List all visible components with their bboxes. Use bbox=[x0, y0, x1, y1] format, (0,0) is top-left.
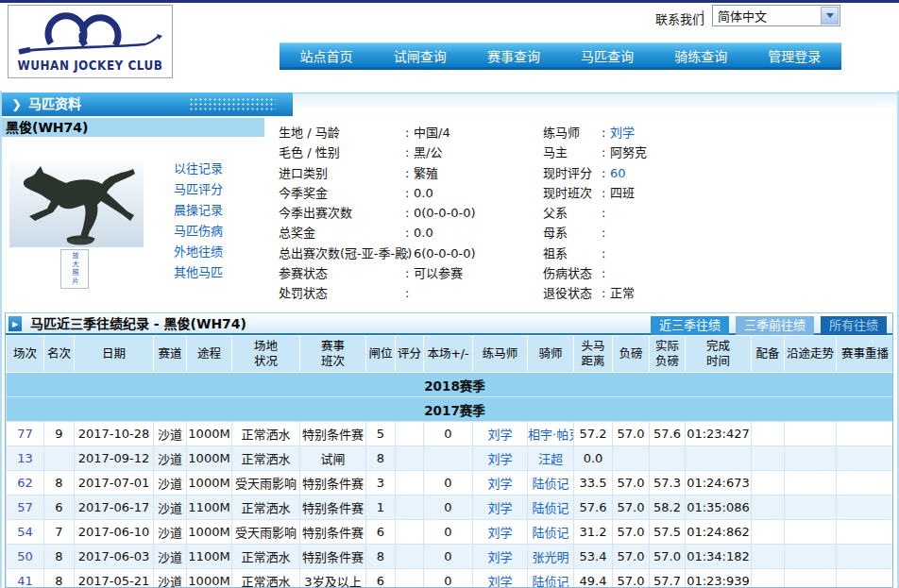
cell: 9 bbox=[44, 422, 75, 446]
cell: 张光明 bbox=[528, 545, 574, 569]
trainer-link[interactable]: 刘学 bbox=[487, 428, 512, 442]
profile-links: 以往记录马匹评分晨操记录马匹伤病外地往绩其他马匹 bbox=[174, 159, 223, 283]
field-label: 生地 / 马龄 bbox=[279, 123, 340, 143]
cell bbox=[396, 545, 424, 569]
cell: 6 bbox=[366, 520, 396, 545]
profile-link[interactable]: 其他马匹 bbox=[174, 262, 223, 283]
jockey-link[interactable]: 相宇·帕克 bbox=[528, 428, 574, 442]
trainer-link[interactable]: 刘学 bbox=[487, 477, 512, 491]
cell bbox=[752, 496, 785, 520]
chevron-down-icon[interactable] bbox=[821, 7, 839, 25]
cell: 01:23:427 bbox=[686, 422, 752, 446]
cell: 沙道 bbox=[154, 422, 187, 446]
profile-link[interactable]: 马匹评分 bbox=[174, 179, 223, 200]
nav-item[interactable]: 试闸查询 bbox=[394, 46, 447, 65]
cell: 2017-05-21 bbox=[75, 569, 154, 588]
race-link[interactable]: 54 bbox=[17, 525, 33, 539]
cell: 57.0 bbox=[613, 422, 650, 446]
nav-item[interactable]: 赛事查询 bbox=[487, 46, 540, 65]
dots-decoration bbox=[189, 97, 276, 111]
cell: 相宇·帕克 bbox=[528, 422, 574, 446]
race-link[interactable]: 62 bbox=[17, 476, 33, 490]
trainer-link[interactable]: 刘学 bbox=[487, 526, 512, 540]
profile-link[interactable]: 以往记录 bbox=[174, 159, 223, 179]
cell: 8 bbox=[44, 569, 75, 588]
column-header: 配备 bbox=[752, 336, 785, 373]
cell: 陆侦记 bbox=[528, 569, 574, 588]
cell bbox=[752, 545, 785, 569]
field-label: 母系 bbox=[543, 223, 568, 243]
field-label: 退役状态 bbox=[543, 283, 592, 303]
jockey-link[interactable]: 陆侦记 bbox=[532, 575, 568, 588]
nav-item[interactable]: 管理登录 bbox=[768, 46, 821, 65]
column-header: 赛事 班次 bbox=[300, 336, 366, 373]
column-header: 赛事重播 bbox=[837, 336, 894, 373]
race-link[interactable]: 77 bbox=[17, 427, 33, 441]
field-colon: : bbox=[405, 244, 409, 263]
cell: 正常洒水 bbox=[232, 496, 300, 520]
cell bbox=[613, 446, 650, 471]
cell: 01:24:673 bbox=[686, 471, 752, 496]
jockey-link[interactable]: 陆侦记 bbox=[532, 526, 568, 540]
nav-item[interactable]: 站点首页 bbox=[300, 46, 353, 65]
nav-item[interactable]: 马匹查询 bbox=[581, 46, 634, 65]
cell: 1000M bbox=[187, 569, 232, 588]
field-colon: : bbox=[405, 183, 409, 203]
cell: 13 bbox=[7, 446, 44, 471]
field-label: 总奖金 bbox=[279, 223, 315, 243]
section-title: 马匹资料 bbox=[28, 96, 81, 111]
table-row: 5082017-06-03沙道1100M正常洒水特别条件赛80刘学张光明53.4… bbox=[7, 545, 894, 569]
field-row: 祖系: bbox=[543, 244, 883, 263]
trainer-link[interactable]: 刘学 bbox=[487, 575, 512, 588]
jockey-link[interactable]: 张光明 bbox=[532, 550, 568, 564]
field-value: 阿努克 bbox=[610, 143, 647, 162]
jockey-link[interactable]: 陆侦记 bbox=[532, 477, 568, 491]
field-label: 练马师 bbox=[543, 123, 580, 143]
language-select[interactable]: 简体中文 bbox=[712, 5, 840, 26]
filter-button[interactable]: 近三季往绩 bbox=[651, 316, 729, 335]
field-row: 练马师:刘学 bbox=[543, 123, 883, 143]
cell: 0 bbox=[424, 520, 473, 545]
page: WUHAN JOCKEY CLUB 联系我们 | 简体中文 站点首页试闸查询赛事… bbox=[0, 0, 899, 588]
trainer-link[interactable]: 刘学 bbox=[487, 550, 512, 564]
race-link[interactable]: 13 bbox=[17, 451, 33, 465]
filter-button[interactable]: 三季前往绩 bbox=[736, 316, 814, 335]
trainer-link[interactable]: 刘学 bbox=[487, 501, 512, 515]
jockey-link[interactable]: 陆侦记 bbox=[532, 501, 568, 515]
race-link[interactable]: 57 bbox=[17, 500, 33, 514]
column-header: 场次 bbox=[7, 336, 44, 373]
fields-right: 练马师:刘学马主:阿努克现时评分:60现时班次:四班父系:母系:祖系:伤病状态:… bbox=[543, 123, 883, 304]
jockey-link[interactable]: 汪超 bbox=[538, 452, 563, 466]
field-row: 父系: bbox=[543, 203, 883, 223]
race-link[interactable]: 41 bbox=[17, 574, 33, 588]
field-colon: : bbox=[405, 163, 409, 183]
cell: 0.0 bbox=[574, 446, 613, 471]
field-label: 马主 bbox=[543, 143, 568, 162]
records-filter-buttons: 近三季往绩三季前往绩所有往绩 bbox=[644, 315, 887, 335]
cell: 7 bbox=[44, 520, 75, 545]
field-row: 生地 / 马龄:中国/4 bbox=[279, 123, 534, 143]
cell: 57 bbox=[7, 496, 44, 520]
column-header: 练马师 bbox=[473, 336, 528, 373]
cell: 57.3 bbox=[650, 471, 686, 496]
cell: 62 bbox=[7, 471, 44, 496]
nav-item[interactable]: 骑练查询 bbox=[674, 46, 727, 65]
photo-caption-box[interactable]: 放大照片 bbox=[60, 249, 89, 289]
profile-link[interactable]: 马匹伤病 bbox=[174, 221, 223, 242]
profile-link[interactable]: 外地往绩 bbox=[174, 242, 223, 262]
contact-us-link[interactable]: 联系我们 bbox=[655, 9, 704, 27]
cell: 0 bbox=[424, 569, 473, 588]
collapse-arrow-icon[interactable]: ▶ bbox=[8, 316, 22, 331]
cell: 8 bbox=[44, 471, 75, 496]
logo[interactable]: WUHAN JOCKEY CLUB bbox=[8, 5, 173, 78]
cell: 41 bbox=[7, 569, 44, 588]
field-value[interactable]: 刘学 bbox=[610, 123, 635, 143]
profile-link[interactable]: 晨操记录 bbox=[174, 200, 223, 221]
horse-name: 黑俊(WH74) bbox=[2, 118, 264, 137]
race-link[interactable]: 50 bbox=[17, 549, 33, 563]
column-header: 场地 状况 bbox=[232, 336, 300, 373]
field-row: 现时评分:60 bbox=[543, 163, 883, 183]
filter-button[interactable]: 所有往绩 bbox=[821, 316, 887, 335]
trainer-link[interactable]: 刘学 bbox=[487, 452, 512, 466]
season-label: 2018赛季 bbox=[7, 373, 894, 397]
